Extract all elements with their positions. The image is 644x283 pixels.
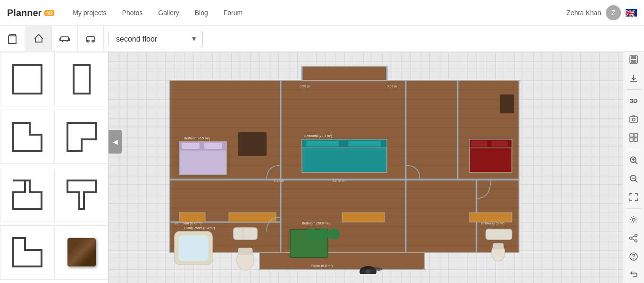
shape-corner[interactable] bbox=[0, 225, 54, 280]
furniture-button[interactable] bbox=[52, 26, 78, 52]
svg-point-64 bbox=[328, 228, 340, 240]
svg-rect-52 bbox=[469, 213, 512, 222]
shape-tall-rect[interactable] bbox=[54, 52, 109, 106]
svg-rect-46 bbox=[342, 213, 385, 222]
svg-point-63 bbox=[318, 228, 329, 240]
zoom-in-button[interactable] bbox=[624, 153, 643, 168]
svg-text:Room (6.8 m²): Room (6.8 m²) bbox=[311, 264, 333, 268]
svg-point-97 bbox=[632, 218, 635, 221]
floor-select[interactable]: second floor first floor third floor bbox=[109, 31, 203, 47]
3d-view-button[interactable]: 3D bbox=[624, 93, 643, 109]
home-button[interactable] bbox=[26, 26, 52, 52]
svg-text:Bedroom (20.2 m²): Bedroom (20.2 m²) bbox=[304, 134, 332, 138]
svg-text:0.67 m: 0.67 m bbox=[387, 85, 397, 88]
collapse-panel-button[interactable]: ◀ bbox=[109, 130, 122, 154]
svg-rect-54 bbox=[178, 235, 209, 261]
shape-square[interactable] bbox=[0, 52, 54, 106]
chevron-left-icon: ◀ bbox=[113, 138, 118, 146]
shapes-panel bbox=[0, 52, 109, 283]
new-project-button[interactable] bbox=[0, 26, 26, 52]
zoom-out-button[interactable] bbox=[624, 171, 643, 187]
3d-label: 3D bbox=[630, 97, 638, 104]
right-sidebar: ≡ 3D bbox=[623, 26, 644, 283]
svg-rect-88 bbox=[630, 138, 633, 141]
shape-t-2[interactable] bbox=[54, 168, 109, 222]
nav-right: Zehra Khan Z bbox=[567, 5, 644, 20]
svg-rect-49 bbox=[471, 141, 487, 146]
svg-point-100 bbox=[630, 237, 632, 240]
svg-point-2 bbox=[92, 40, 94, 42]
fit-screen-button[interactable] bbox=[624, 189, 643, 205]
shape-l-1[interactable] bbox=[0, 110, 54, 164]
shape-l-2[interactable] bbox=[54, 110, 109, 164]
shape-texture[interactable] bbox=[54, 225, 109, 280]
svg-text:Bedroom (6.5 m²): Bedroom (6.5 m²) bbox=[184, 137, 210, 140]
svg-rect-7 bbox=[259, 253, 425, 269]
settings-button[interactable] bbox=[624, 212, 643, 228]
svg-text:Living Room (8.4 m²): Living Room (8.4 m²) bbox=[184, 226, 215, 230]
divider-2 bbox=[626, 89, 642, 90]
car-button[interactable] bbox=[78, 26, 104, 52]
svg-rect-51 bbox=[500, 94, 514, 113]
nav-my-projects[interactable]: My projects bbox=[66, 6, 113, 19]
help-button[interactable] bbox=[624, 249, 643, 265]
svg-rect-0 bbox=[61, 37, 68, 41]
svg-rect-84 bbox=[630, 117, 637, 122]
undo-button[interactable] bbox=[624, 266, 643, 282]
svg-rect-89 bbox=[634, 138, 637, 141]
svg-rect-43 bbox=[306, 141, 339, 146]
svg-line-95 bbox=[636, 180, 638, 183]
svg-rect-40 bbox=[238, 132, 267, 156]
nav-gallery[interactable]: Gallery bbox=[151, 6, 185, 19]
floor-plan-svg[interactable]: Bedroom (6.5 m²) Bedroom (20.2 m²) bbox=[156, 61, 533, 274]
svg-text:Entryway (3 m²): Entryway (3 m²) bbox=[481, 222, 504, 225]
logo[interactable]: Planner 5D bbox=[0, 8, 61, 18]
svg-text:Bedroom (20.0 m²): Bedroom (20.0 m²) bbox=[302, 222, 330, 225]
main-toolbar: second floor first floor third floor ▼ bbox=[0, 26, 644, 52]
svg-rect-58 bbox=[243, 228, 257, 240]
svg-text:Bathroom (8.4 m²): Bathroom (8.4 m²) bbox=[175, 222, 201, 225]
download-button[interactable] bbox=[624, 70, 643, 86]
svg-rect-87 bbox=[634, 134, 637, 137]
svg-rect-36 bbox=[204, 143, 222, 149]
svg-rect-56 bbox=[238, 248, 252, 255]
nav-forum[interactable]: Forum bbox=[217, 6, 249, 19]
svg-text:2.11 m: 2.11 m bbox=[274, 179, 284, 182]
svg-point-72 bbox=[368, 267, 382, 271]
svg-rect-50 bbox=[492, 141, 508, 146]
user-avatar[interactable]: Z bbox=[606, 5, 621, 20]
screenshot-button[interactable] bbox=[624, 111, 643, 127]
svg-point-99 bbox=[635, 240, 637, 242]
svg-point-98 bbox=[635, 234, 637, 237]
svg-rect-38 bbox=[179, 213, 205, 222]
svg-rect-86 bbox=[630, 134, 633, 137]
logo-text: Planner bbox=[7, 8, 42, 18]
nav-links: My projects Photos Gallery Blog Forum bbox=[66, 6, 249, 19]
grid-view-button[interactable] bbox=[624, 130, 643, 146]
nav-photos[interactable]: Photos bbox=[116, 6, 150, 19]
divider-3 bbox=[626, 149, 642, 149]
nav-blog[interactable]: Blog bbox=[188, 6, 215, 19]
svg-text:0.56 m: 0.56 m bbox=[300, 85, 310, 88]
svg-rect-81 bbox=[631, 56, 636, 59]
svg-line-102 bbox=[632, 239, 635, 240]
svg-point-85 bbox=[632, 118, 635, 121]
language-flag[interactable] bbox=[626, 9, 637, 17]
floor-selector-wrap: second floor first floor third floor ▼ bbox=[109, 31, 203, 47]
shape-t-1[interactable] bbox=[0, 168, 54, 222]
svg-rect-44 bbox=[348, 141, 381, 146]
svg-rect-4 bbox=[74, 65, 90, 94]
svg-point-104 bbox=[633, 259, 634, 260]
canvas-area[interactable]: Bedroom (6.5 m²) Bedroom (20.2 m²) bbox=[109, 52, 623, 283]
svg-rect-35 bbox=[182, 143, 200, 149]
svg-point-62 bbox=[306, 228, 317, 240]
svg-rect-82 bbox=[631, 60, 636, 63]
svg-line-101 bbox=[632, 236, 635, 238]
logo-badge: 5D bbox=[44, 10, 54, 16]
svg-rect-3 bbox=[13, 65, 42, 94]
user-name: Zehra Khan bbox=[567, 9, 601, 17]
save-file-button[interactable] bbox=[624, 52, 643, 68]
share-button[interactable] bbox=[624, 231, 643, 246]
svg-line-91 bbox=[636, 162, 638, 164]
svg-rect-39 bbox=[229, 213, 276, 222]
